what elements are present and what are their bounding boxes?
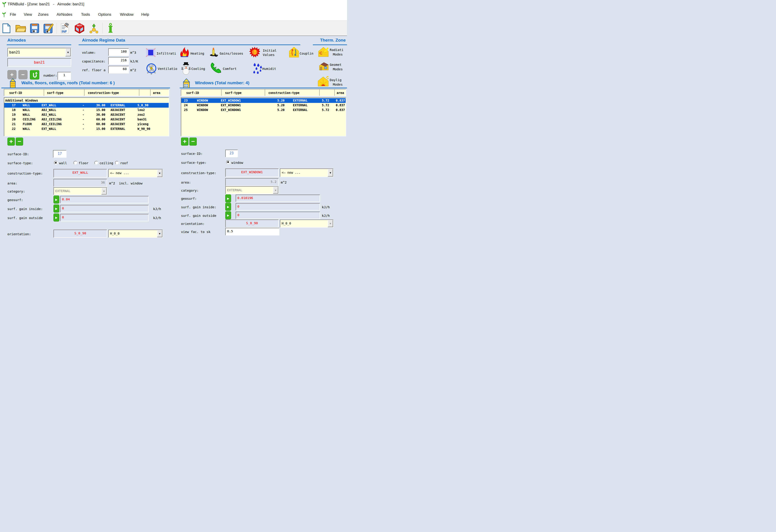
volume-input[interactable]: 180 <box>108 48 129 56</box>
daylight-modes-button[interactable] <box>318 75 329 87</box>
save-file-button[interactable] <box>29 22 40 34</box>
daylight-modes-label1: Daylig <box>330 78 341 82</box>
radio-wall[interactable] <box>54 161 58 165</box>
menu-tools[interactable]: Tools <box>81 12 90 17</box>
chevron-down-icon: ▼ <box>273 187 278 194</box>
capacitance-input[interactable]: 216 <box>108 57 129 65</box>
gain-inside-field[interactable]: 0 <box>236 203 320 210</box>
col-surf-id[interactable]: surf-ID <box>186 91 199 95</box>
add-wall-button[interactable]: + <box>7 138 15 146</box>
add-airnode-button[interactable]: + <box>7 70 16 79</box>
gain-inside-field[interactable]: 0 <box>60 205 149 212</box>
orientation-label: orientation: <box>181 222 205 225</box>
col-surf-id[interactable]: surf-ID <box>9 91 22 95</box>
wall-table-row[interactable]: 19 WALL ADJ_WALL - 36.00 ADJACENT zou2 <box>4 112 169 117</box>
menu-options[interactable]: Options <box>98 12 112 17</box>
col-area[interactable]: area <box>153 91 160 95</box>
humidity-button[interactable] <box>252 62 263 74</box>
gain-outside-field[interactable]: 0 <box>60 214 149 221</box>
rename-airnode-button[interactable] <box>30 70 39 79</box>
radio-roof[interactable] <box>115 161 119 165</box>
add-window-button[interactable]: + <box>181 138 188 146</box>
minus-icon: − <box>21 71 24 78</box>
col-area[interactable]: area <box>337 91 344 95</box>
max-cube-icon: MAX <box>74 23 85 34</box>
gain-outside-expand-button[interactable]: ▶ <box>225 211 231 219</box>
max-view-button[interactable]: MAX <box>74 22 85 34</box>
heating-button[interactable] <box>179 47 190 57</box>
app-icon-small <box>2 12 6 18</box>
info-button[interactable] <box>106 22 116 34</box>
open-file-button[interactable] <box>15 22 26 34</box>
radio-floor[interactable] <box>73 161 77 165</box>
window-table-row[interactable]: 25 WINDOW EXT_WINDOW1 5.20 EXTERNAL 5.72… <box>181 108 346 112</box>
orientation-label: orientation: <box>7 232 31 236</box>
geosurf-expand-button[interactable]: ▶ <box>225 194 231 202</box>
wall-table-row[interactable]: 21 FLOOR ADJ_CEILING - 60.00 ADJACENT yi… <box>4 122 169 127</box>
window-table-row[interactable]: 24 WINDOW EXT_WINDOW1 5.20 EXTERNAL 5.72… <box>181 103 346 108</box>
geosurf-label: geosurf: <box>7 198 23 202</box>
airnode-network-button[interactable] <box>88 22 100 34</box>
menu-window[interactable]: Window <box>120 12 134 17</box>
radiation-modes-button[interactable] <box>318 46 329 57</box>
view-factor-input[interactable]: 0.5 <box>225 228 279 235</box>
col-surf-type[interactable]: surf-type <box>225 91 241 95</box>
inf-hammer-icon: INF <box>61 23 69 34</box>
construction-type-combo[interactable]: <— new ... ▼ <box>108 169 163 177</box>
generate-inf-button[interactable]: INF <box>60 22 70 34</box>
comfort-phone-icon <box>210 62 222 74</box>
regime-title: Airnode Regime Data <box>82 38 125 43</box>
gain-inside-expand-button[interactable]: ▶ <box>225 203 231 211</box>
initial-values-button[interactable]: ! <box>249 47 260 57</box>
geosurf-expand-button[interactable]: ▶ <box>53 195 59 203</box>
menu-help[interactable]: Help <box>141 12 149 17</box>
infiltration-button[interactable] <box>146 48 156 57</box>
remove-airnode-button[interactable]: − <box>18 70 27 79</box>
ventilation-button[interactable] <box>146 62 157 75</box>
walls-table: surf-ID surf-type construction-type area… <box>4 89 170 137</box>
gain-inside-expand-button[interactable]: ▶ <box>53 204 59 212</box>
number-input[interactable]: 1 <box>57 72 71 80</box>
play-arrow-icon: ▶ <box>55 216 57 219</box>
window-table-row[interactable]: 23 WINDOW EXT_WINDOW1 5.20 EXTERNAL 5.72… <box>181 98 346 103</box>
coupling-button[interactable] <box>289 46 299 58</box>
ref-floor-input[interactable]: 60 <box>108 66 129 73</box>
radio-window[interactable] <box>226 160 230 164</box>
remove-window-button[interactable]: − <box>189 138 197 146</box>
chevron-down-icon: ▼ <box>157 230 162 237</box>
heating-icon <box>179 47 190 57</box>
wall-table-row[interactable]: 18 WALL ADJ_WALL - 15.00 ADJACENT lou2 <box>4 108 169 112</box>
new-file-button[interactable] <box>0 22 12 34</box>
gains-losses-button[interactable] <box>209 46 219 57</box>
chevron-down-icon: ▼ <box>157 169 162 177</box>
construction-type-combo[interactable]: <— new ... ▼ <box>280 169 334 177</box>
gain-outside-field[interactable]: 0 <box>236 212 320 219</box>
menu-zones[interactable]: Zones <box>38 12 48 17</box>
geometry-modes-button[interactable] <box>319 61 329 71</box>
menu-file[interactable]: File <box>10 12 16 17</box>
save-as-button[interactable] <box>43 22 54 34</box>
orientation-combo[interactable]: H_0_0 ▼ <box>108 230 163 238</box>
remove-wall-button[interactable]: − <box>16 138 23 146</box>
humidity-drops-icon <box>252 62 263 74</box>
menu-view[interactable]: View <box>24 12 32 17</box>
geosurf-field[interactable]: 0.010196 <box>236 195 320 202</box>
construction-type-label: construction-type: <box>7 172 43 175</box>
menu-airnodes[interactable]: AirNodes <box>57 12 72 17</box>
col-surf-type[interactable]: surf-type <box>47 91 63 95</box>
save-floppy-icon <box>30 23 39 33</box>
wall-table-row[interactable]: 20 CEILING ADJ_CEILING - 60.00 ADJACENT … <box>4 117 169 122</box>
radio-ceiling[interactable] <box>94 161 98 165</box>
col-construction-type[interactable]: construction-type <box>88 91 119 95</box>
new-file-icon <box>2 23 11 33</box>
wall-table-row[interactable]: 17 WALL EXT_WALL - 36.00 EXTERNAL S_0_90 <box>4 103 169 108</box>
cooling-button[interactable] <box>181 61 191 75</box>
col-construction-type[interactable]: construction-type <box>268 91 300 95</box>
gain-outside-expand-button[interactable]: ▶ <box>53 213 59 221</box>
wall-table-row[interactable]: 22 WALL EXT_WALL - 15.00 EXTERNAL W_90_9… <box>4 127 169 131</box>
airnode-select[interactable]: ban21 ▼ <box>7 48 71 57</box>
comfort-button[interactable] <box>210 62 222 74</box>
gain-outside-label: surf. gain outside <box>181 214 224 217</box>
play-arrow-icon: ▶ <box>227 197 229 200</box>
geosurf-field[interactable]: 0.04 <box>60 196 149 203</box>
